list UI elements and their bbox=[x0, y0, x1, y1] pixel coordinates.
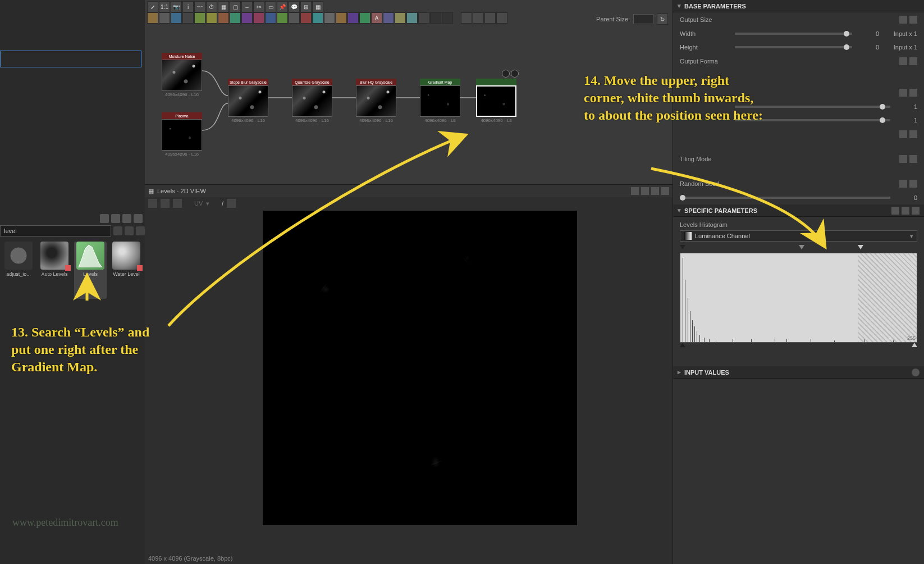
library-result-levels[interactable]: Levels bbox=[74, 242, 107, 299]
tool-info-icon[interactable]: i bbox=[182, 1, 194, 12]
input-white-marker[interactable] bbox=[858, 245, 863, 249]
atom-normal-icon[interactable] bbox=[324, 12, 335, 24]
atom-grayscale-icon[interactable] bbox=[289, 12, 300, 24]
star-icon[interactable] bbox=[136, 226, 145, 235]
node-output-icon[interactable] bbox=[511, 70, 519, 78]
output-black-marker[interactable] bbox=[680, 343, 685, 347]
atom-text-icon[interactable]: A bbox=[371, 12, 382, 24]
tool-comment-icon[interactable]: 💬 bbox=[289, 1, 300, 12]
atom-linkmat-icon[interactable] bbox=[461, 12, 472, 24]
library-search-input[interactable] bbox=[0, 225, 111, 236]
view-grid-icon[interactable] bbox=[100, 214, 109, 223]
library-result-auto-levels[interactable]: Auto Levels bbox=[38, 242, 71, 299]
node-plasma[interactable]: Plasma 4096x4096 - L16 bbox=[162, 112, 202, 157]
atom-channels-icon[interactable] bbox=[194, 12, 205, 24]
link-icon[interactable] bbox=[899, 89, 907, 97]
atom-material-icon[interactable] bbox=[473, 12, 484, 24]
close-icon[interactable] bbox=[134, 214, 143, 223]
tool-pin-icon[interactable]: 📌 bbox=[277, 1, 288, 12]
atom-bitmap-icon[interactable] bbox=[147, 12, 158, 24]
atom-blend-icon[interactable] bbox=[171, 12, 182, 24]
tool-wave-icon[interactable]: 〰 bbox=[194, 1, 205, 12]
node-view-icon[interactable] bbox=[502, 70, 510, 78]
link-icon[interactable] bbox=[899, 180, 907, 188]
atom-shuffle-icon[interactable] bbox=[359, 12, 370, 24]
tool-scissors-icon[interactable]: ✂ bbox=[253, 1, 264, 12]
link-icon[interactable] bbox=[899, 155, 907, 163]
clear-icon[interactable] bbox=[125, 226, 134, 235]
reset-icon[interactable] bbox=[891, 207, 899, 215]
view-list-icon[interactable] bbox=[111, 214, 120, 223]
atom-pixel-icon[interactable] bbox=[336, 12, 347, 24]
texture-preview[interactable] bbox=[263, 211, 577, 525]
levels-histogram[interactable]: 255 bbox=[680, 253, 917, 343]
tool-grid-icon[interactable]: ▦ bbox=[312, 1, 323, 12]
atom-input-icon[interactable] bbox=[430, 12, 441, 24]
specific-parameters-header[interactable]: ▾ SPECIFIC PARAMETERS bbox=[673, 204, 924, 217]
tool-link-icon[interactable]: ↔ bbox=[241, 1, 253, 12]
link-icon[interactable] bbox=[899, 130, 907, 138]
link-icon[interactable] bbox=[899, 16, 907, 24]
library-result-adjust[interactable]: adjust_io... bbox=[2, 242, 35, 299]
atom-dirmotion-icon[interactable] bbox=[218, 12, 229, 24]
node-quantize[interactable]: Quantize Grayscale 4096x4096 - L16 bbox=[292, 79, 332, 123]
input-black-marker[interactable] bbox=[680, 245, 685, 249]
channel-dropdown[interactable]: Luminance Channel bbox=[680, 230, 917, 242]
output-white-marker[interactable] bbox=[912, 343, 917, 347]
node-slope-blur[interactable]: Slope Blur Grayscale 4096x4096 - L16 bbox=[228, 79, 268, 123]
atom-uniform-icon[interactable] bbox=[395, 12, 406, 24]
base-parameters-header[interactable]: ▾ BASE PARAMETERS bbox=[673, 0, 924, 12]
menu-icon[interactable] bbox=[909, 180, 917, 188]
tool-new-icon[interactable]: ▢ bbox=[230, 1, 241, 12]
chevron-down-icon[interactable]: ▾ bbox=[206, 200, 209, 207]
tool-frame-icon[interactable]: ▭ bbox=[265, 1, 276, 12]
height-slider[interactable] bbox=[735, 46, 852, 48]
atom-fxmap-icon[interactable] bbox=[265, 12, 276, 24]
restore-icon[interactable] bbox=[641, 187, 649, 195]
circle-icon[interactable] bbox=[912, 369, 920, 376]
histogram-view-icon[interactable] bbox=[227, 199, 236, 208]
open-icon[interactable] bbox=[148, 199, 157, 208]
restore-icon[interactable] bbox=[122, 214, 131, 223]
atom-transform-icon[interactable] bbox=[383, 12, 394, 24]
info-icon[interactable]: i bbox=[222, 200, 223, 207]
atom-hsl-icon[interactable] bbox=[300, 12, 312, 24]
atom-curve-icon[interactable] bbox=[206, 12, 217, 24]
node-blur-hq[interactable]: Blur HQ Grayscale 4096x4096 - L16 bbox=[356, 79, 396, 123]
width-value[interactable]: 0 bbox=[857, 30, 879, 37]
atom-more-icon[interactable] bbox=[496, 12, 507, 24]
atom-value-icon[interactable] bbox=[406, 12, 418, 24]
input-mid-marker[interactable] bbox=[799, 245, 804, 249]
filter-icon[interactable] bbox=[113, 226, 122, 235]
atom-sharpen-icon[interactable] bbox=[347, 12, 359, 24]
input-values-header[interactable]: ▸ INPUT VALUES bbox=[673, 366, 924, 379]
pin-icon[interactable] bbox=[631, 187, 639, 195]
atom-func-icon[interactable] bbox=[484, 12, 496, 24]
tool-snap-icon[interactable]: ⊞ bbox=[300, 1, 312, 12]
slider1-value[interactable]: 1 bbox=[895, 103, 917, 110]
generic-slider-1[interactable] bbox=[735, 106, 890, 108]
atom-svg-icon[interactable] bbox=[159, 12, 170, 24]
menu-icon[interactable] bbox=[909, 89, 917, 97]
save-icon[interactable] bbox=[161, 199, 170, 208]
node-moisture-noise[interactable]: Moisture Noise 4096x4096 - L16 bbox=[162, 53, 202, 97]
menu-icon[interactable] bbox=[909, 130, 917, 138]
menu-icon[interactable] bbox=[909, 57, 917, 65]
link-icon[interactable] bbox=[899, 57, 907, 65]
tool-camera-icon[interactable]: 📷 bbox=[171, 1, 182, 12]
atom-warp-icon[interactable] bbox=[418, 12, 429, 24]
menu-icon[interactable] bbox=[912, 207, 920, 215]
generic-slider-2[interactable] bbox=[735, 119, 890, 121]
tool-timing-icon[interactable]: ⏱ bbox=[206, 1, 217, 12]
atom-gradient-icon[interactable] bbox=[277, 12, 288, 24]
atom-levels-icon[interactable] bbox=[312, 12, 323, 24]
sliders-icon[interactable] bbox=[902, 207, 909, 215]
width-slider[interactable] bbox=[735, 33, 852, 35]
copy-icon[interactable] bbox=[173, 199, 182, 208]
tool-align-icon[interactable]: ▦ bbox=[218, 1, 229, 12]
menu-icon[interactable] bbox=[909, 155, 917, 163]
parent-size-dropdown[interactable] bbox=[633, 14, 653, 24]
slider2-value[interactable]: 1 bbox=[895, 117, 917, 124]
atom-dirwarp-icon[interactable] bbox=[230, 12, 241, 24]
node-gradient-map[interactable]: Gradient Map 4096x4096 - L8 bbox=[420, 79, 460, 123]
